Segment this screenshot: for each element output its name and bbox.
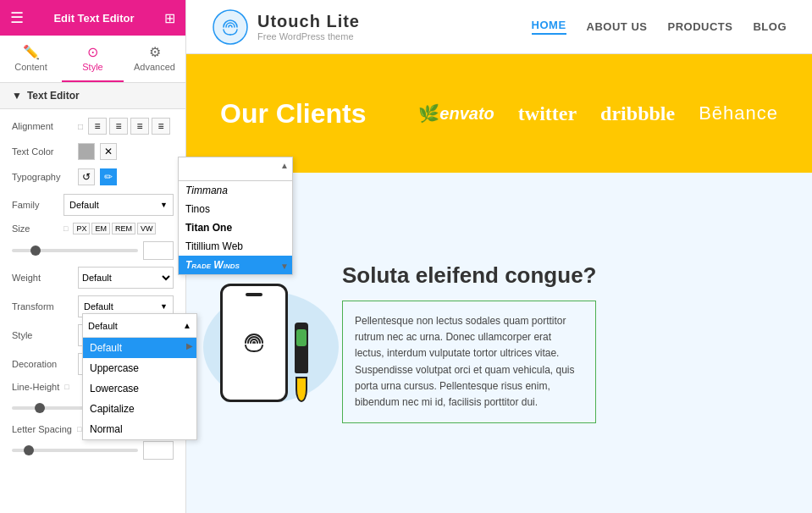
text-color-label: Text Color xyxy=(12,146,73,157)
size-input[interactable] xyxy=(143,241,174,260)
alignment-label: Alignment xyxy=(12,121,73,131)
font-item-tinos[interactable]: Tinos xyxy=(179,200,292,218)
transform-option-normal[interactable]: Normal xyxy=(83,419,196,439)
brand-text: Utouch Lite Free WordPress theme xyxy=(257,12,360,41)
letter-spacing-label: Letter Spacing xyxy=(12,424,72,434)
left-panel: ☰ Edit Text Editor ⊞ ✏️ Content ⊙ Style … xyxy=(0,0,186,513)
font-item-timmana[interactable]: Timmana xyxy=(179,181,292,200)
content-tab-icon: ✏️ xyxy=(0,44,62,60)
font-search-input[interactable] xyxy=(179,157,292,181)
font-dropdown-scroll-up[interactable]: ▲ xyxy=(280,161,289,170)
dribbble-logo: dribbble xyxy=(600,102,675,125)
typography-row: Typography ↺ ✏ xyxy=(12,168,174,185)
transform-option-lowercase[interactable]: Lowercase xyxy=(83,378,196,399)
line-height-icon: □ xyxy=(64,383,69,391)
grid-icon[interactable]: ⊞ xyxy=(164,10,175,26)
brand-logo-icon xyxy=(212,8,249,46)
unit-em-btn[interactable]: EM xyxy=(91,223,110,234)
decoration-label: Decoration xyxy=(12,359,73,369)
family-value: Default xyxy=(69,200,99,210)
alignment-row: Alignment □ ≡ ≡ ≡ ≡ xyxy=(12,118,174,135)
right-text: Pellentesque non lectus sodales quam por… xyxy=(355,313,583,411)
transform-expand-icon[interactable]: ▲ xyxy=(183,321,191,330)
typography-edit-btn[interactable]: ✏ xyxy=(100,168,117,185)
transform-default-header: Default xyxy=(88,321,118,331)
style-label: Style xyxy=(12,330,73,340)
svg-point-0 xyxy=(213,10,247,44)
letter-spacing-input[interactable] xyxy=(143,441,174,460)
size-slider[interactable] xyxy=(12,249,138,252)
stylus-device xyxy=(295,323,308,402)
stylus-tip xyxy=(296,377,307,402)
unit-rem-btn[interactable]: REM xyxy=(112,223,135,234)
font-item-titan-one[interactable]: Titan One xyxy=(179,218,292,237)
alignment-buttons: ≡ ≡ ≡ ≡ xyxy=(88,118,170,135)
panel-tabs: ✏️ Content ⊙ Style ⚙ Advanced xyxy=(0,36,185,83)
transform-value: Default xyxy=(84,301,113,312)
font-dropdown-scroll-down[interactable]: ▼ xyxy=(280,262,289,271)
font-dropdown-overlay: ▲ Timmana Tinos Titan One Titillium Web … xyxy=(178,157,293,275)
align-right-btn[interactable]: ≡ xyxy=(130,118,149,135)
style-tab-label: Style xyxy=(82,62,102,72)
align-justify-btn[interactable]: ≡ xyxy=(152,118,170,135)
nav-link-products[interactable]: PRODUCTS xyxy=(667,20,732,33)
menu-icon[interactable]: ☰ xyxy=(10,8,24,27)
nav-link-blog[interactable]: BLOG xyxy=(753,20,787,33)
align-left-btn[interactable]: ≡ xyxy=(88,118,107,135)
typography-reset-btn[interactable]: ↺ xyxy=(78,168,95,185)
advanced-tab-icon: ⚙ xyxy=(124,44,185,60)
typography-label: Typography xyxy=(12,172,73,182)
unit-vw-btn[interactable]: VW xyxy=(137,223,157,234)
tab-advanced[interactable]: ⚙ Advanced xyxy=(124,36,185,82)
phone-container xyxy=(220,284,308,402)
font-item-titillium-web[interactable]: Titillium Web xyxy=(179,237,292,256)
family-dropdown[interactable]: Default ▼ xyxy=(64,194,174,216)
transform-options-overlay: Default ▲ Default Uppercase Lowercase Ca… xyxy=(82,313,197,440)
weight-select[interactable]: Default 100 400 700 xyxy=(78,267,174,289)
phone-fingerprint-icon xyxy=(237,326,271,360)
right-title: Soluta eleifend congue? xyxy=(342,262,778,289)
text-color-row: Text Color ✕ xyxy=(12,143,174,160)
size-label: Size xyxy=(12,223,58,234)
tab-style[interactable]: ⊙ Style xyxy=(62,36,124,82)
nav-link-home[interactable]: HOME xyxy=(532,19,566,35)
alignment-info-icon: □ xyxy=(78,122,83,131)
letter-spacing-icon: □ xyxy=(77,425,81,433)
font-item-trade-winds[interactable]: Trade Winds xyxy=(179,256,292,274)
phone-device-1 xyxy=(220,284,288,402)
section-title: Text Editor xyxy=(27,90,80,102)
transform-option-uppercase[interactable]: Uppercase xyxy=(83,358,196,378)
advanced-tab-label: Advanced xyxy=(134,62,175,72)
family-label: Family xyxy=(12,200,58,210)
clients-title: Our Clients xyxy=(220,98,366,130)
transform-scroll-right[interactable]: ▶ xyxy=(186,341,193,350)
weight-row: Weight Default 100 400 700 xyxy=(12,267,174,289)
style-tab-icon: ⊙ xyxy=(62,44,124,60)
color-swatch[interactable] xyxy=(78,143,95,160)
phone-speaker xyxy=(246,293,262,296)
panel-header: ☰ Edit Text Editor ⊞ xyxy=(0,0,185,36)
transform-option-default[interactable]: Default xyxy=(83,338,196,358)
weight-label: Weight xyxy=(12,273,73,283)
family-chevron-icon: ▼ xyxy=(160,201,168,209)
nav-links: HOME ABOUT US PRODUCTS BLOG xyxy=(532,19,787,35)
size-info-icon: □ xyxy=(64,224,68,233)
collapse-icon[interactable]: ▼ xyxy=(12,90,22,102)
align-center-btn[interactable]: ≡ xyxy=(109,118,128,135)
color-remove-btn[interactable]: ✕ xyxy=(100,143,117,160)
yellow-section: Our Clients 🌿envato twitter dribbble Bēh… xyxy=(186,54,812,173)
right-text-box: Pellentesque non lectus sodales quam por… xyxy=(342,301,596,423)
nav-link-about[interactable]: ABOUT US xyxy=(587,20,648,33)
letter-spacing-slider[interactable] xyxy=(12,449,138,452)
size-slider-row xyxy=(12,241,174,260)
behance-logo: Bēhance xyxy=(699,102,778,124)
tab-content[interactable]: ✏️ Content xyxy=(0,36,62,82)
text-editor-section: ▼ Text Editor xyxy=(0,83,185,109)
unit-px-btn[interactable]: PX xyxy=(73,223,90,234)
phone-devices xyxy=(220,284,308,402)
font-list: Timmana Tinos Titan One Titillium Web Tr… xyxy=(179,181,292,274)
top-nav: Utouch Lite Free WordPress theme HOME AB… xyxy=(186,0,812,54)
brand: Utouch Lite Free WordPress theme xyxy=(212,8,360,46)
twitter-logo: twitter xyxy=(518,102,577,125)
transform-option-capitalize[interactable]: Capitalize xyxy=(83,399,196,419)
